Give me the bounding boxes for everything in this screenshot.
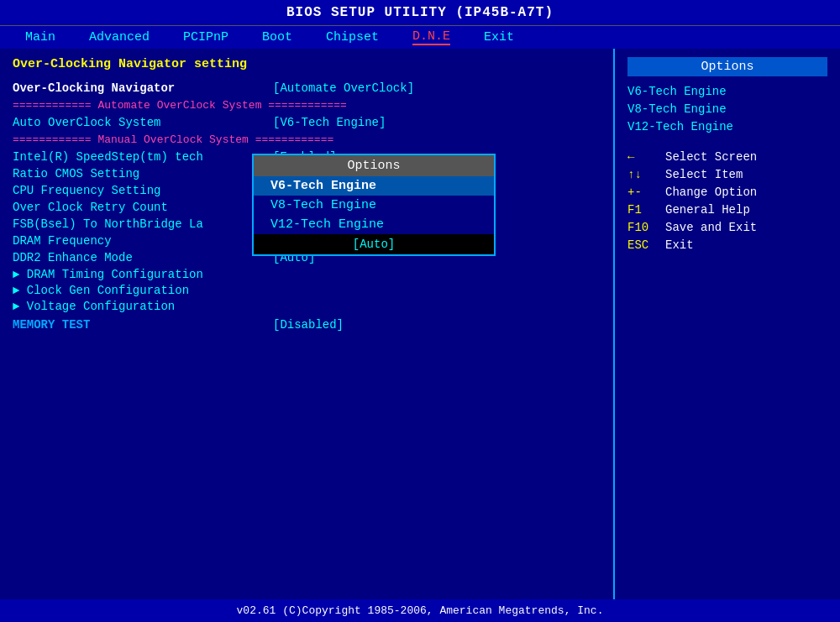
key-esc-desc: Exit <box>665 238 694 252</box>
key-select-item-desc: Select Item <box>665 168 743 181</box>
key-f10: F10 <box>627 221 665 234</box>
key-row-esc: ESC Exit <box>627 238 827 252</box>
clock-gen-label: ► Clock Gen Configuration <box>13 284 189 297</box>
dram-timing-item[interactable]: ► DRAM Timing Configuration <box>13 268 601 281</box>
memory-test-row: MEMORY TEST [Disabled] <box>13 318 601 332</box>
key-plus-minus: +- <box>627 186 665 199</box>
title-text: BIOS SETUP UTILITY (IP45B-A7T) <box>286 5 554 20</box>
voltage-config-item[interactable]: ► Voltage Configuration <box>13 300 601 313</box>
key-esc: ESC <box>627 238 665 252</box>
options-header: Options <box>627 57 827 76</box>
menu-bar: Main Advanced PCIPnP Boot Chipset D.N.E … <box>0 25 840 49</box>
section-heading: Over-Clocking Navigator setting <box>13 57 601 71</box>
key-select-screen-desc: Select Screen <box>665 150 757 164</box>
key-row-f1: F1 General Help <box>627 203 827 217</box>
popup-footer: [Auto] <box>254 234 494 254</box>
fsb-label: FSB(Bsel) To NorthBridge La <box>13 217 273 231</box>
popup-item-v12[interactable]: V12-Tech Engine <box>254 215 494 234</box>
dram-timing-label: ► DRAM Timing Configuration <box>13 268 203 281</box>
speedstep-label: Intel(R) SpeedStep(tm) tech <box>13 150 273 164</box>
menu-pciPnP[interactable]: PCIPnP <box>183 30 228 44</box>
menu-chipset[interactable]: Chipset <box>326 30 379 44</box>
popup-header: Options <box>254 155 494 176</box>
ratio-cmos-label: Ratio CMOS Setting <box>13 167 273 180</box>
key-f10-desc: Save and Exit <box>665 221 757 234</box>
key-row-change-option: +- Change Option <box>627 186 827 199</box>
footer: v02.61 (C)Copyright 1985-2006, American … <box>0 599 840 622</box>
option-v8: V8-Tech Engine <box>627 102 827 116</box>
cpu-freq-label: CPU Frequency Setting <box>13 184 273 197</box>
auto-overclock-value: [V6-Tech Engine] <box>273 116 386 129</box>
dram-freq-label: DRAM Frequency <box>13 234 273 248</box>
separator-manual: ============ Manual OverClock System ===… <box>13 133 601 146</box>
key-row-select-screen: ← Select Screen <box>627 150 827 164</box>
option-v6: V6-Tech Engine <box>627 85 827 98</box>
memory-test-value: [Disabled] <box>273 318 344 332</box>
auto-overclock-row: Auto OverClock System [V6-Tech Engine] <box>13 116 601 129</box>
overclock-retry-label: Over Clock Retry Count <box>13 201 273 214</box>
ddr2-label: DDR2 Enhance Mode <box>13 251 273 264</box>
dropdown-popup: Options V6-Tech Engine V8-Tech Engine V1… <box>252 154 496 256</box>
key-help: ← Select Screen ↑↓ Select Item +- Change… <box>627 150 827 252</box>
key-row-select-item: ↑↓ Select Item <box>627 168 827 181</box>
menu-boot[interactable]: Boot <box>262 30 292 44</box>
clock-gen-item[interactable]: ► Clock Gen Configuration <box>13 284 601 297</box>
title-bar: BIOS SETUP UTILITY (IP45B-A7T) <box>0 0 840 25</box>
content-area: Over-Clocking Navigator setting Over-Clo… <box>0 49 840 599</box>
key-up-down: ↑↓ <box>627 168 665 181</box>
popup-item-v6[interactable]: V6-Tech Engine <box>254 176 494 196</box>
nav-main-value: [Automate OverClock] <box>273 81 414 95</box>
key-f1: F1 <box>627 203 665 217</box>
voltage-config-label: ► Voltage Configuration <box>13 300 175 313</box>
key-left-arrow: ← <box>627 150 665 164</box>
auto-overclock-label: Auto OverClock System <box>13 116 273 129</box>
menu-dne[interactable]: D.N.E <box>412 29 450 45</box>
nav-main-row: Over-Clocking Navigator [Automate OverCl… <box>13 81 601 95</box>
left-panel: Over-Clocking Navigator setting Over-Clo… <box>0 49 613 599</box>
key-change-option-desc: Change Option <box>665 186 757 199</box>
footer-text: v02.61 (C)Copyright 1985-2006, American … <box>237 604 604 617</box>
option-v12: V12-Tech Engine <box>627 120 827 133</box>
memory-test-label: MEMORY TEST <box>13 318 273 332</box>
separator-automate: ============ Automate OverClock System =… <box>13 99 601 112</box>
popup-item-v8[interactable]: V8-Tech Engine <box>254 196 494 215</box>
right-panel: Options V6-Tech Engine V8-Tech Engine V1… <box>613 49 840 599</box>
key-row-f10: F10 Save and Exit <box>627 221 827 234</box>
menu-main[interactable]: Main <box>25 30 55 44</box>
key-f1-desc: General Help <box>665 203 750 217</box>
menu-advanced[interactable]: Advanced <box>89 30 150 44</box>
menu-exit[interactable]: Exit <box>484 30 514 44</box>
nav-main-label: Over-Clocking Navigator <box>13 81 273 95</box>
